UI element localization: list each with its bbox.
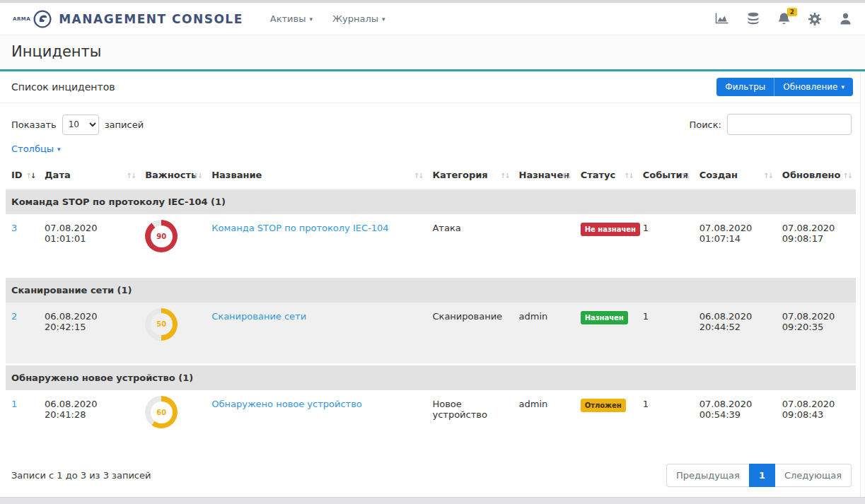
incident-assignee: admin [513,390,575,452]
search-control: Поиск: [689,114,852,135]
col-header-importance[interactable]: Важность [139,163,206,189]
filters-button[interactable]: Фильтры [716,78,774,96]
sort-icon [414,171,423,179]
col-header-assignee[interactable]: Назначен [513,163,575,189]
sort-icon [500,171,509,179]
card-footer: Записи с 1 до 3 из 3 записей Предыдущая … [0,452,860,500]
records-label: записей [105,119,144,130]
incident-row: 3 07.08.2020 01:01:01 90 Команда STOP по… [6,214,856,276]
bottom-strip [0,497,865,504]
columns-dropdown[interactable]: Столбцы ▾ [11,143,61,154]
status-badge: Не назначен [581,223,640,236]
status-badge: Отложен [581,399,626,412]
sort-icon [25,171,35,179]
col-header-events[interactable]: События [637,163,694,189]
col-header-id[interactable]: ID [6,163,39,189]
col-label: Обновлено [782,170,841,180]
incident-name-link[interactable]: Команда STOP по протоколу IEC-104 [211,223,388,233]
incident-id-link[interactable]: 3 [11,223,17,233]
col-header-created[interactable]: Создан [694,163,777,189]
col-header-name[interactable]: Название [206,163,426,189]
sort-icon [192,171,202,179]
incident-name-link[interactable]: Сканирование сети [211,311,306,322]
importance-value: 90 [151,225,173,247]
card-title: Список инцидентов [11,81,115,93]
brand-prefix: ARMA [13,16,30,22]
incident-date: 06.08.2020 20:41:28 [39,390,139,452]
card-actions: Фильтры Обновление ▾ [716,78,853,96]
incident-created: 07.08.2020 00:54:39 [694,390,777,452]
importance-value: 50 [151,313,173,335]
search-label: Поиск: [689,119,721,130]
nav-menus: Активы ▾ Журналы ▾ [270,13,385,24]
status-badge: Назначен [581,311,628,324]
group-label: Команда STOP по протоколу IEC-104 (1) [6,189,856,215]
records-info: Записи с 1 до 3 из 3 записей [11,470,151,481]
col-label: ID [11,170,23,180]
sort-icon [680,171,690,179]
refresh-dropdown-button[interactable]: Обновление ▾ [774,78,853,96]
pagination-next-button[interactable]: Следующая [775,464,852,487]
importance-gauge: 50 [145,308,178,341]
incident-category: Атака [426,214,513,276]
col-label: Статус [581,170,616,180]
incident-id-link[interactable]: 2 [11,311,17,322]
col-header-updated[interactable]: Обновлено [777,163,856,189]
col-label: Дата [45,170,71,180]
page-size-select[interactable]: 10 [62,115,99,135]
navbar: ARMA MANAGEMENT CONSOLE Активы ▾ Журналы… [0,3,865,35]
database-icon[interactable] [746,12,760,26]
arma-logo-icon [33,10,52,28]
incident-assignee [513,214,575,276]
incident-row: 2 06.08.2020 20:42:15 50 Сканирование се… [6,303,856,365]
user-profile-icon[interactable] [839,12,852,26]
incident-row: 1 06.08.2020 20:41:28 60 Обнаружено ново… [6,390,856,452]
incident-name-link[interactable]: Обнаружено новое устройство [211,399,362,409]
col-label: Создан [699,170,738,180]
group-header-row: Сканирование сети (1) [6,276,856,303]
col-header-status[interactable]: Статус [575,163,637,189]
incidents-card: Список инцидентов Фильтры Обновление ▾ П… [0,71,861,500]
brand-title: MANAGEMENT CONSOLE [59,12,243,26]
incident-events-count: 1 [637,214,694,276]
importance-gauge: 60 [145,396,178,428]
incident-date: 06.08.2020 20:42:15 [39,303,139,365]
col-header-date[interactable]: Дата [39,163,139,189]
col-label: Название [211,170,262,180]
sort-icon [763,171,772,179]
page-title: Инциденты [11,43,854,60]
search-input[interactable] [727,114,852,135]
incident-updated: 07.08.2020 09:20:35 [777,303,856,365]
brand[interactable]: ARMA MANAGEMENT CONSOLE [13,10,243,28]
group-header-row: Команда STOP по протоколу IEC-104 (1) [6,189,856,215]
sort-icon [842,171,852,179]
importance-value: 60 [151,402,173,423]
group-label: Сканирование сети (1) [6,276,856,303]
dashboard-chart-icon[interactable] [714,12,729,25]
menu-assets[interactable]: Активы ▾ [270,13,313,24]
notifications-bell-icon[interactable]: 2 [777,12,791,26]
menu-journals[interactable]: Журналы ▾ [332,13,385,24]
columns-row: Столбцы ▾ [0,138,860,163]
notification-badge: 2 [787,8,797,16]
incident-id-link[interactable]: 1 [11,399,17,409]
sort-icon [624,171,633,179]
chevron-down-icon: ▾ [841,83,844,90]
nav-icons: 2 [714,12,852,26]
importance-gauge: 90 [145,220,178,252]
pagination-page-1-button[interactable]: 1 [749,464,775,487]
incident-updated: 07.08.2020 09:08:43 [777,390,856,452]
show-label: Показать [11,119,57,130]
incident-category: Сканирование [426,303,513,365]
pagination: Предыдущая 1 Следующая [666,464,852,487]
gear-icon[interactable] [808,12,822,26]
group-header-row: Обнаружено новое устройство (1) [6,365,856,391]
page-title-band: Инциденты [0,35,865,71]
col-header-category[interactable]: Категория [426,163,513,189]
pagination-previous-button[interactable]: Предыдущая [666,464,749,487]
filters-button-label: Фильтры [725,82,765,92]
incident-updated: 07.08.2020 09:08:17 [777,214,856,276]
columns-label: Столбцы [11,143,54,154]
chevron-down-icon: ▾ [382,16,385,23]
incident-events-count: 1 [637,303,694,365]
